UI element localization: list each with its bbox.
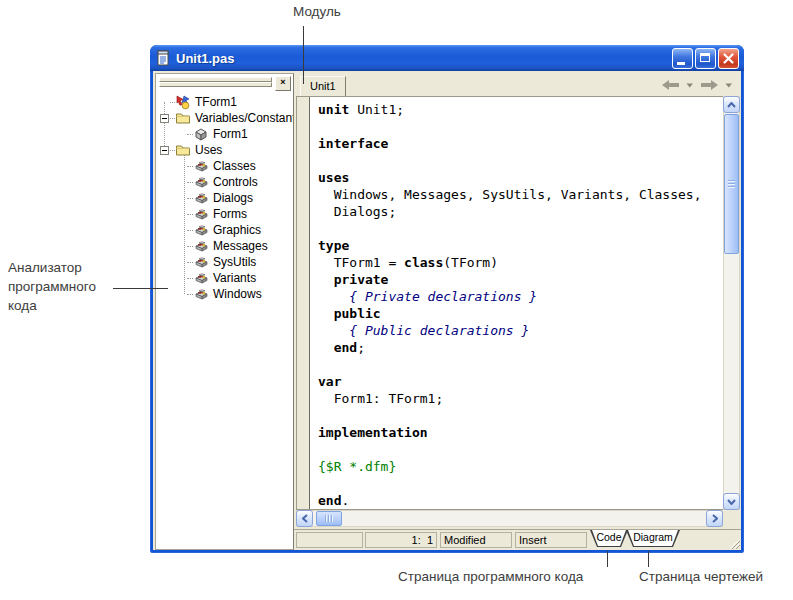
tree-item-controls[interactable]: Controls	[156, 174, 293, 190]
annotation-module: Модуль	[293, 4, 341, 19]
tree-item-label: Variants	[213, 270, 256, 286]
resize-grip[interactable]	[727, 536, 740, 549]
tab-diagram[interactable]: Diagram	[626, 530, 680, 547]
code-explorer-panel: × TForm1Variables/ConstantsForm1UsesClas…	[155, 73, 294, 550]
tree-item-label: Dialogs	[213, 190, 253, 206]
code-line: Form1: TForm1;	[318, 390, 723, 407]
code-segment: ;	[357, 340, 365, 355]
code-segment: { Private declarations }	[318, 289, 537, 304]
code-segment: end	[334, 340, 357, 355]
code-explorer-tree: TForm1Variables/ConstantsForm1UsesClasse…	[156, 94, 293, 549]
chevron-up-icon	[727, 102, 736, 108]
editor-window: Unit1.pas × TForm1Variables/ConstantsFor…	[150, 45, 744, 553]
forward-button[interactable]	[700, 79, 719, 91]
minimize-icon	[677, 62, 685, 65]
code-line: implementation	[318, 424, 723, 441]
code-segment: Dialogs;	[318, 204, 396, 219]
code-line: { Public declarations }	[318, 322, 723, 339]
tree-item-label: Classes	[213, 158, 256, 174]
code-segment: private	[334, 272, 389, 287]
cursor-position: 1: 1	[365, 532, 437, 548]
horizontal-scrollbar[interactable]	[296, 510, 723, 527]
vertical-scrollbar[interactable]	[723, 96, 740, 510]
horizontal-scroll-thumb[interactable]	[316, 511, 342, 526]
scroll-down-button[interactable]	[723, 493, 740, 510]
tree-item-graphics[interactable]: Graphics	[156, 222, 293, 238]
code-line: unit Unit1;	[318, 101, 723, 118]
bottom-page-tabs: CodeDiagram	[590, 530, 678, 547]
code-segment: Windows, Messages, SysUtils, Variants, C…	[318, 187, 702, 202]
tree-item-label: Graphics	[213, 222, 261, 238]
folder-icon	[175, 110, 191, 126]
code-segment: .	[341, 493, 349, 508]
code-text[interactable]: unit Unit1; interface uses Windows, Mess…	[318, 101, 723, 509]
scroll-left-button[interactable]	[296, 510, 313, 527]
code-segment: { Public declarations }	[318, 323, 529, 338]
back-arrow-icon	[661, 79, 680, 91]
maximize-button[interactable]	[695, 48, 716, 69]
scroll-right-button[interactable]	[706, 510, 723, 527]
annotation-line-module	[303, 26, 304, 84]
back-dropdown-button[interactable]	[686, 83, 694, 88]
annotation-diagram-page: Страница чертежей	[639, 569, 763, 584]
code-segment: var	[318, 374, 341, 389]
annotation-line-diagram-page	[648, 551, 649, 567]
tree-item-forms[interactable]: Forms	[156, 206, 293, 222]
form-icon	[175, 94, 191, 110]
vertical-scroll-thumb[interactable]	[724, 114, 739, 254]
collapse-icon[interactable]	[160, 114, 169, 123]
tab-code[interactable]: Code	[590, 530, 628, 547]
code-editor[interactable]: unit Unit1; interface uses Windows, Mess…	[296, 96, 723, 510]
code-segment: (TForm)	[443, 255, 498, 270]
code-segment: public	[334, 306, 381, 321]
annotation-line-code-page	[607, 551, 608, 567]
scroll-up-button[interactable]	[723, 96, 740, 113]
code-line	[318, 441, 723, 458]
tree-item-label: Controls	[213, 174, 258, 190]
tree-item-label: Variables/Constants	[195, 110, 293, 126]
tab-unit1[interactable]: Unit1	[300, 76, 346, 96]
unit-icon	[193, 174, 209, 190]
panel-close-button[interactable]: ×	[275, 76, 291, 91]
tree-item-sysutils[interactable]: SysUtils	[156, 254, 293, 270]
code-segment: end	[318, 493, 341, 508]
annotation-line-analyzer	[113, 288, 168, 289]
tree-item-uses[interactable]: Uses	[156, 142, 293, 158]
status-empty-panel	[296, 532, 363, 548]
tab-label: Code	[590, 530, 628, 547]
back-button[interactable]	[661, 79, 680, 91]
tree-item-windows[interactable]: Windows	[156, 286, 293, 302]
editor-gutter	[297, 97, 310, 509]
tree-item-variables-constants[interactable]: Variables/Constants	[156, 110, 293, 126]
close-button[interactable]	[718, 48, 739, 69]
code-line: private	[318, 271, 723, 288]
tree-item-label: Windows	[213, 286, 262, 302]
code-line: end.	[318, 492, 723, 509]
code-line	[318, 407, 723, 424]
code-segment: TForm1 =	[318, 255, 404, 270]
browse-nav-buttons	[661, 79, 733, 91]
panel-drag-handle[interactable]	[159, 82, 272, 87]
unit-icon	[193, 270, 209, 286]
tree-item-tform1[interactable]: TForm1	[156, 94, 293, 110]
minimize-button[interactable]	[672, 48, 693, 69]
close-icon	[719, 49, 738, 68]
code-line: uses	[318, 169, 723, 186]
unit-icon	[193, 254, 209, 270]
title-bar[interactable]: Unit1.pas	[150, 45, 744, 71]
chevron-down-icon	[727, 499, 736, 505]
code-line	[318, 356, 723, 373]
tree-item-dialogs[interactable]: Dialogs	[156, 190, 293, 206]
collapse-icon[interactable]	[160, 146, 169, 155]
status-bar: 1: 1 Modified Insert CodeDiagram	[294, 529, 741, 550]
modified-status: Modified	[440, 532, 512, 548]
tree-item-messages[interactable]: Messages	[156, 238, 293, 254]
tree-item-classes[interactable]: Classes	[156, 158, 293, 174]
code-segment	[318, 272, 334, 287]
forward-dropdown-button[interactable]	[725, 83, 733, 88]
chevron-left-icon	[302, 514, 308, 523]
tree-item-form1[interactable]: Form1	[156, 126, 293, 142]
code-line: end;	[318, 339, 723, 356]
tree-item-variants[interactable]: Variants	[156, 270, 293, 286]
code-segment	[318, 340, 334, 355]
